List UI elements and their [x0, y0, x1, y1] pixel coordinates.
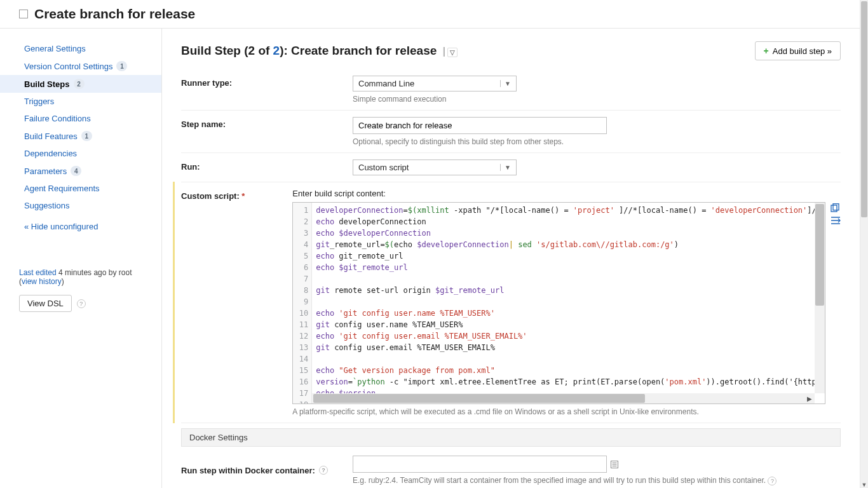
sidebar-item-label: Version Control Settings	[24, 62, 112, 71]
code-line: echo 'git config user.name %TEAM_USER%'	[316, 308, 821, 319]
build-step-title: Build Step (2 of 2): Create branch for r…	[181, 44, 458, 58]
docker-hint: E.g. ruby:2.4. TeamCity will start a con…	[353, 476, 841, 485]
sidebar-item-version-control-settings[interactable]: Version Control Settings1	[0, 57, 161, 75]
code-line: git remote set-url origin $git_remote_ur…	[316, 285, 821, 296]
code-line	[316, 273, 821, 285]
step-name-label: Step name:	[181, 117, 353, 129]
runner-type-label: Runner type:	[181, 76, 353, 88]
runner-type-select[interactable]: Command Line ▼	[353, 76, 517, 92]
run-select[interactable]: Custom script ▼	[353, 159, 517, 175]
sidebar-item-label: Dependencies	[24, 149, 77, 158]
page-header: Create branch for release	[0, 0, 860, 29]
sidebar-item-label: Triggers	[24, 97, 54, 106]
last-edited-time: 4 minutes ago by root	[58, 268, 132, 277]
sidebar: General SettingsVersion Control Settings…	[0, 29, 162, 488]
code-line: git config user.email %TEAM_USER_EMAIL%	[316, 342, 821, 353]
docker-image-input[interactable]	[353, 456, 607, 473]
docker-label: Run step within Docker container:	[181, 466, 315, 475]
help-icon[interactable]: ?	[77, 299, 86, 308]
sidebar-item-dependencies[interactable]: Dependencies	[0, 145, 161, 162]
docker-settings-header: Docker Settings	[181, 428, 841, 447]
run-label: Run:	[181, 159, 353, 172]
custom-script-label: Custom script: *	[181, 189, 292, 201]
editor-vscrollbar[interactable]	[815, 203, 825, 393]
view-dsl-button[interactable]: View DSL	[19, 295, 72, 312]
step-name-input[interactable]	[353, 117, 607, 134]
reorder-handle-icon[interactable]: ▽	[447, 48, 458, 57]
code-line: echo 'git config user.email %TEAM_USER_E…	[316, 330, 821, 342]
sidebar-item-label: Agent Requirements	[24, 184, 100, 193]
sidebar-item-general-settings[interactable]: General Settings	[0, 40, 161, 57]
code-line: echo developerConnection	[316, 216, 821, 227]
code-line: git config user.name %TEAM_USER%	[316, 319, 821, 330]
view-history-link[interactable]: view history	[22, 277, 62, 286]
count-badge: 2	[74, 79, 85, 89]
svg-rect-1	[833, 204, 839, 210]
add-build-step-button[interactable]: +Add build step »	[755, 41, 841, 60]
sidebar-item-label: Failure Conditions	[24, 114, 91, 123]
code-line: developerConnection=$(xmllint -xpath "/*…	[316, 205, 821, 216]
main-panel: Build Step (2 of 2): Create branch for r…	[162, 29, 860, 488]
sidebar-item-build-steps[interactable]: Build Steps2	[0, 75, 161, 93]
sidebar-item-agent-requirements[interactable]: Agent Requirements	[0, 180, 161, 197]
count-badge: 1	[116, 61, 127, 71]
help-icon[interactable]: ?	[768, 477, 776, 485]
code-line: version=`python -c "import xml.etree.Ele…	[316, 376, 821, 388]
count-badge: 4	[71, 166, 81, 176]
editor-expand-icon[interactable]	[831, 216, 841, 225]
code-line: git_remote_url=$(echo $developerConnecti…	[316, 239, 821, 250]
config-nav: General SettingsVersion Control Settings…	[0, 40, 161, 214]
code-line: echo $developerConnection	[316, 227, 821, 239]
svg-rect-0	[831, 205, 837, 212]
chevron-down-icon: ▼	[500, 164, 511, 171]
code-line: echo "Get version package from pom.xml"	[316, 365, 821, 376]
help-icon[interactable]: ?	[319, 466, 328, 475]
list-icon[interactable]	[611, 461, 618, 468]
page-title: Create branch for release	[34, 6, 195, 22]
sidebar-item-triggers[interactable]: Triggers	[0, 93, 161, 110]
editor-hscrollbar[interactable]: ▶	[312, 393, 815, 403]
plus-icon: +	[764, 46, 769, 56]
sidebar-item-parameters[interactable]: Parameters4	[0, 162, 161, 180]
chevron-down-icon: ▼	[500, 80, 511, 87]
sidebar-item-build-features[interactable]: Build Features1	[0, 127, 161, 145]
last-edited-info: Last edited 4 minutes ago by root (view …	[0, 268, 161, 286]
sidebar-item-label: Suggestions	[24, 201, 70, 210]
hide-unconfigured-link[interactable]: « Hide unconfigured	[24, 222, 98, 231]
window-vscrollbar[interactable]: ▲ ▼	[860, 0, 868, 488]
code-line	[316, 296, 821, 308]
step-name-hint: Optional, specify to distinguish this bu…	[353, 137, 841, 146]
sidebar-item-label: Parameters	[24, 166, 67, 176]
sidebar-item-suggestions[interactable]: Suggestions	[0, 197, 161, 214]
custom-script-intro: Enter build script content:	[292, 189, 841, 198]
code-line: echo git_remote_url	[316, 250, 821, 262]
sidebar-item-failure-conditions[interactable]: Failure Conditions	[0, 110, 161, 127]
last-edited-link[interactable]: Last edited	[19, 268, 57, 277]
code-line	[316, 353, 821, 365]
script-editor[interactable]: 123456789101112131415161718 developerCon…	[292, 202, 825, 404]
sidebar-item-label: Build Steps	[24, 79, 70, 89]
header-checkbox[interactable]	[19, 10, 28, 18]
custom-script-hint: A platform-specific script, which will b…	[292, 407, 841, 416]
editor-copy-icon[interactable]	[831, 203, 841, 212]
sidebar-item-label: Build Features	[24, 132, 78, 141]
code-line: echo $git_remote_url	[316, 262, 821, 273]
count-badge: 1	[81, 131, 92, 141]
sidebar-item-label: General Settings	[24, 44, 86, 53]
runner-type-hint: Simple command execution	[353, 95, 841, 104]
